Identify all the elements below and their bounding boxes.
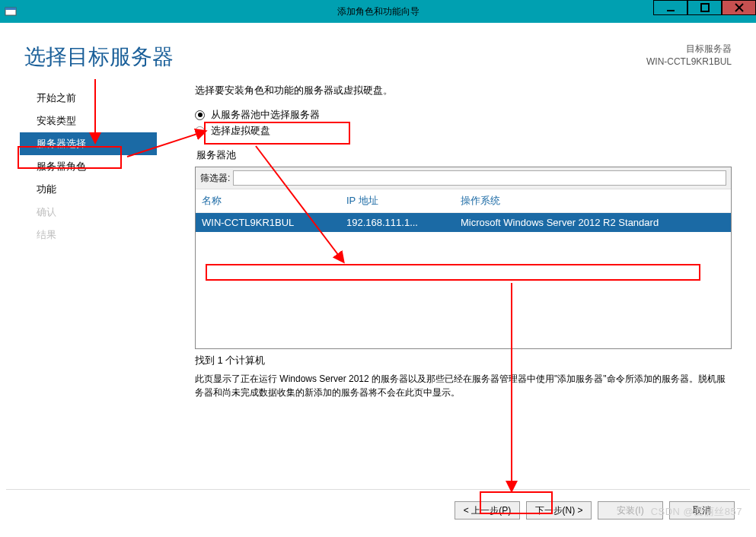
titlebar: 添加角色和功能向导: [0, 0, 756, 23]
destination-block: 目标服务器 WIN-CCTL9KR1BUL: [646, 43, 732, 71]
nav-confirmation: 确认: [20, 201, 157, 224]
cell-os: Microsoft Windows Server 2012 R2 Standar…: [461, 217, 725, 228]
nav-installation-type[interactable]: 安装类型: [20, 110, 157, 132]
col-ip-header[interactable]: IP 地址: [346, 194, 461, 208]
radio-pool-label: 从服务器池中选择服务器: [211, 108, 320, 122]
filter-label: 筛选器:: [200, 172, 230, 185]
nav-server-selection[interactable]: 服务器选择: [20, 132, 157, 155]
server-pool-label: 服务器池: [196, 148, 732, 162]
radio-icon: [195, 110, 205, 120]
window-buttons: [653, 0, 756, 15]
cell-ip: 192.168.111.1...: [346, 217, 461, 228]
grid-header: 名称 IP 地址 操作系统: [196, 189, 731, 213]
previous-button[interactable]: < 上一步(P): [455, 501, 520, 520]
radio-icon: [195, 126, 205, 136]
radio-select-vhd[interactable]: 选择虚拟硬盘: [195, 124, 732, 138]
filter-row: 筛选器:: [196, 167, 731, 189]
destination-value: WIN-CCTL9KR1BUL: [646, 56, 732, 68]
col-name-header[interactable]: 名称: [202, 194, 346, 208]
nav-results: 结果: [20, 224, 157, 246]
page-header: 选择目标服务器 目标服务器 WIN-CCTL9KR1BUL: [6, 29, 750, 81]
wizard-footer: < 上一步(P) 下一步(N) > 安装(I) 取消: [6, 489, 750, 531]
grid-body: WIN-CCTL9KR1BUL 192.168.111.1... Microso…: [196, 213, 731, 348]
col-os-header[interactable]: 操作系统: [461, 194, 725, 208]
window-title: 添加角色和功能向导: [337, 5, 419, 18]
maximize-button[interactable]: [687, 0, 722, 15]
cell-name: WIN-CCTL9KR1BUL: [202, 217, 346, 228]
svg-rect-1: [5, 8, 16, 10]
wizard-icon: [5, 5, 17, 17]
server-grid: 名称 IP 地址 操作系统 WIN-CCTL9KR1BUL 192.168.11…: [196, 189, 731, 348]
nav-server-roles[interactable]: 服务器角色: [20, 155, 157, 178]
filter-input[interactable]: [233, 170, 726, 186]
nav-features[interactable]: 功能: [20, 178, 157, 201]
watermark: CSDN @爱丽丝857: [651, 505, 742, 519]
radio-group-destination: 从服务器池中选择服务器 选择虚拟硬盘: [195, 108, 732, 138]
nav-before-you-begin[interactable]: 开始之前: [20, 87, 157, 110]
notes-text: 此页显示了正在运行 Windows Server 2012 的服务器以及那些已经…: [195, 372, 732, 399]
page-heading: 选择目标服务器: [24, 43, 174, 71]
close-button[interactable]: [722, 0, 756, 15]
next-button[interactable]: 下一步(N) >: [526, 501, 592, 520]
svg-rect-3: [701, 4, 709, 11]
server-pool-box: 筛选器: 名称 IP 地址 操作系统 WIN-CCTL9KR1BUL 192.1…: [195, 167, 732, 349]
radio-select-from-pool[interactable]: 从服务器池中选择服务器: [195, 108, 732, 122]
wizard-nav: 开始之前 安装类型 服务器选择 服务器角色 功能 确认 结果: [20, 82, 157, 399]
destination-label: 目标服务器: [646, 43, 732, 56]
instruction-text: 选择要安装角色和功能的服务器或虚拟硬盘。: [195, 84, 732, 97]
main-panel: 选择要安装角色和功能的服务器或虚拟硬盘。 从服务器池中选择服务器 选择虚拟硬盘 …: [157, 82, 732, 399]
table-row[interactable]: WIN-CCTL9KR1BUL 192.168.111.1... Microso…: [196, 213, 731, 232]
found-count: 找到 1 个计算机: [195, 354, 732, 367]
minimize-button[interactable]: [653, 0, 687, 15]
wizard-page: 选择目标服务器 目标服务器 WIN-CCTL9KR1BUL 开始之前 安装类型 …: [6, 29, 750, 484]
radio-vhd-label: 选择虚拟硬盘: [211, 124, 270, 138]
